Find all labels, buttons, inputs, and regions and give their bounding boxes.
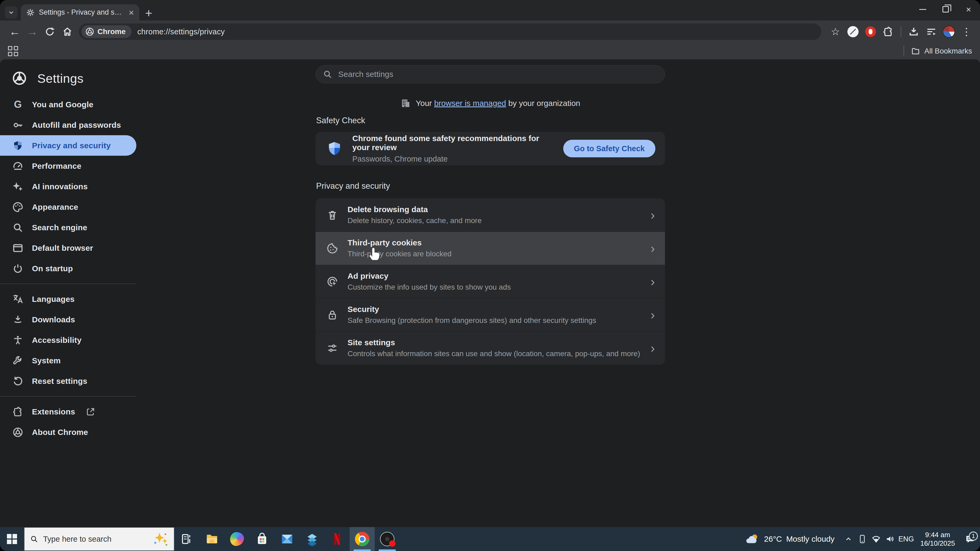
sidebar-item-performance[interactable]: Performance [0,156,136,176]
mail-icon [280,532,294,546]
taskbar-mail-button[interactable] [275,527,300,551]
taskbar-task-view-button[interactable] [174,527,199,551]
minimize-icon [919,9,926,10]
home-icon [62,26,73,37]
search-icon [30,535,38,543]
search-settings-input[interactable] [338,70,658,79]
sidebar-item-on-startup[interactable]: On startup [0,258,136,279]
tray-chevron-up[interactable] [842,535,855,543]
sidebar-item-autofill[interactable]: Autofill and passwords [0,115,136,135]
reload-icon [45,26,55,37]
url-text[interactable]: chrome://settings/privacy [137,27,225,36]
forward-button[interactable]: → [24,23,41,40]
notification-badge: 1 [969,532,978,541]
tab-search-button[interactable] [5,6,18,19]
extensions-button[interactable] [880,24,896,40]
tab-settings[interactable]: Settings - Privacy and security × [21,4,139,21]
menu-kebab-button[interactable]: ⋮ [959,24,974,40]
trash-icon [326,209,339,221]
sidebar-item-default-browser[interactable]: Default browser [0,238,136,258]
running-indicator [354,549,371,551]
sidebar-item-reset-settings[interactable]: Reset settings [0,371,136,391]
chevron-down-icon [8,9,14,16]
taskbar-search-input[interactable] [43,535,148,544]
chrome-logo-icon [85,27,94,36]
notification-center-button[interactable]: 1 [960,534,980,545]
sidebar-item-you-and-google[interactable]: G You and Google [0,94,136,115]
home-button[interactable] [59,23,76,40]
taskbar-search[interactable] [24,527,174,551]
new-tab-button[interactable]: + [145,6,152,20]
row-security[interactable]: Security Safe Browsing (protection from … [316,298,665,332]
media-controls-button[interactable] [924,24,939,40]
maximize-button[interactable] [934,0,957,19]
avatar [943,25,955,38]
sidebar-item-about-chrome[interactable]: About Chrome [0,422,136,442]
minimize-button[interactable] [911,0,934,19]
row-ad-privacy[interactable]: Ad privacy Customize the info used by si… [316,265,665,298]
task-view-icon [180,532,194,546]
phone-link-icon[interactable] [855,534,869,544]
downloads-button[interactable] [906,24,921,40]
chevron-right-icon: › [651,307,657,322]
gear-icon [26,8,35,17]
chevron-right-icon: › [651,208,657,222]
taskbar-chrome-button[interactable] [350,527,375,551]
address-bar[interactable]: Chrome chrome://settings/privacy [79,24,821,40]
browser-window-icon [12,242,24,254]
dark-mode-extension-button[interactable] [845,24,861,40]
content-backdrop: Settings G You and Google Autofill and p… [0,59,980,527]
chrome-site-chip[interactable]: Chrome [81,25,132,38]
language-indicator[interactable]: ENG [897,535,916,543]
ads-icon [326,275,339,288]
file-explorer-icon [205,532,219,546]
time: 9:44 am [920,530,955,539]
close-button[interactable]: × [957,0,980,19]
taskbar-file-explorer-button[interactable] [199,527,224,551]
red-extension-button[interactable] [863,24,878,40]
taskbar-netflix-button[interactable] [325,527,350,551]
organization-building-icon [400,98,411,109]
folder-icon [911,46,920,56]
sidebar-item-appearance[interactable]: Appearance [0,197,136,217]
profile-avatar-button[interactable] [941,24,956,40]
sidebar-item-system[interactable]: System [0,350,136,371]
settings-search[interactable] [316,65,665,83]
sidebar-item-ai-innovations[interactable]: AI innovations [0,176,136,197]
clock[interactable]: 9:44 am 16/10/2025 [916,530,960,548]
date: 16/10/2025 [920,539,955,548]
speedometer-icon [12,160,24,172]
all-bookmarks[interactable]: All Bookmarks [901,46,972,56]
taskbar-chevron-app-button[interactable] [300,527,325,551]
row-delete-browsing-data[interactable]: Delete browsing data Delete history, coo… [316,198,665,232]
tab-close-button[interactable]: × [129,8,134,17]
weather-widget[interactable]: 26°C Mostly cloudy [738,527,842,551]
sidebar-item-languages[interactable]: Languages [0,289,136,309]
search-icon [12,221,24,234]
managed-link[interactable]: browser is managed [434,99,506,108]
go-to-safety-check-button[interactable]: Go to Safety Check [563,140,655,157]
sidebar-item-extensions[interactable]: Extensions [0,402,136,422]
row-site-settings[interactable]: Site settings Controls what information … [316,332,665,365]
taskbar-obs-button[interactable] [375,527,400,551]
start-button[interactable] [0,527,24,551]
safety-check-card: Chrome found some safety recommendations… [316,132,665,165]
external-link-icon [86,407,95,417]
sidebar-item-accessibility[interactable]: Accessibility [0,330,136,350]
sidebar-item-downloads[interactable]: Downloads [0,309,136,330]
chevron-right-icon: › [651,274,657,289]
apps-grid-icon[interactable] [8,46,18,56]
system-tray: 26°C Mostly cloudy ENG 9:44 am 16/10/202… [738,527,980,551]
back-button[interactable]: ← [6,23,24,40]
taskbar-copilot-button[interactable] [224,527,250,551]
sidebar-item-search-engine[interactable]: Search engine [0,217,136,238]
taskbar-store-button[interactable] [250,527,275,551]
sidebar-divider [0,396,136,397]
speaker-icon[interactable] [883,534,897,544]
sidebar-item-privacy-and-security[interactable]: Privacy and security [0,135,136,156]
accessibility-person-icon [12,334,24,346]
reload-button[interactable] [41,23,59,40]
sidebar-nav: G You and Google Autofill and passwords [0,94,136,442]
bookmark-star-button[interactable]: ☆ [828,24,843,40]
network-icon[interactable] [869,534,883,544]
